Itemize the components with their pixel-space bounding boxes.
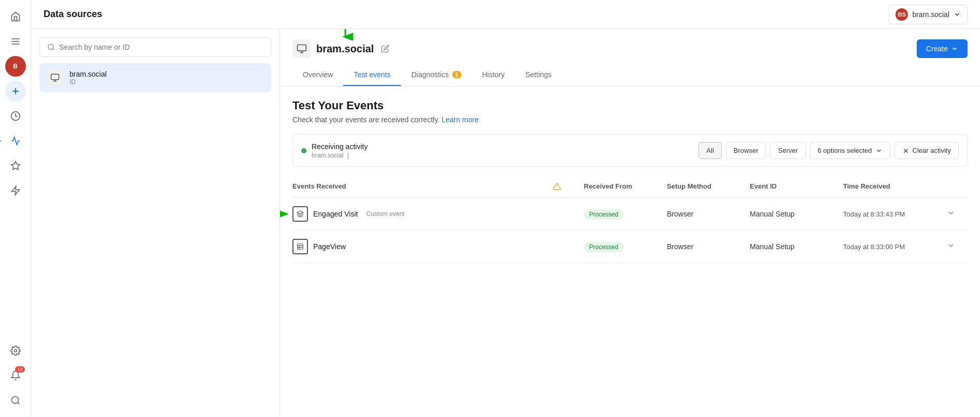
activity-right: All Browser Server 6 options selected Cl…: [698, 142, 959, 159]
topbar: Data sources BS bram.social: [31, 0, 980, 29]
header-expand: [947, 182, 968, 192]
section-desc: Check that your events are received corr…: [292, 116, 968, 124]
search-icon: [47, 43, 55, 51]
left-panel: bram.social ID: [31, 29, 280, 417]
right-header-top: bram.social Create: [292, 39, 968, 58]
svg-line-11: [17, 402, 19, 405]
right-body: Test Your Events Check that your events …: [280, 87, 980, 417]
event-icon-diamond: [292, 206, 308, 222]
received-from-2: Browser: [667, 242, 750, 251]
search-input[interactable]: [59, 43, 263, 51]
sidebar-item-notifications[interactable]: 13: [5, 365, 26, 386]
sidebar-item-star[interactable]: [5, 155, 26, 176]
activity-sub: bram.social |: [312, 152, 368, 159]
sidebar-item-tags[interactable]: [5, 180, 26, 201]
header-time-received: Time Received: [843, 182, 947, 192]
source-title: bram.social: [292, 39, 389, 58]
source-title-icon: [292, 39, 311, 58]
section-title: Test Your Events: [292, 99, 968, 112]
chevron-down-icon: [875, 147, 883, 154]
sidebar-avatar[interactable]: B: [5, 56, 26, 77]
activity-label: Receiving activity: [312, 142, 368, 151]
table-header: Events Received Received From Setup Meth…: [292, 177, 968, 198]
sidebar-item-settings[interactable]: [5, 340, 26, 361]
sidebar-item-clock[interactable]: [5, 106, 26, 126]
event-name: Engaged Visit: [313, 210, 358, 218]
notifications-badge: 13: [15, 366, 24, 372]
event-status-1: Processed: [584, 210, 667, 218]
account-avatar: BS: [895, 8, 908, 21]
sidebar-item-home[interactable]: [5, 6, 26, 27]
right-panel: bram.social Create Overview Tes: [280, 29, 980, 417]
tabs: Overview Test events Diagnostics 1 Histo…: [292, 64, 968, 86]
page-title: Data sources: [44, 9, 102, 20]
options-select[interactable]: 6 options selected: [810, 142, 890, 159]
warning-icon: [553, 182, 561, 191]
event-name-cell: PageView: [292, 239, 553, 254]
tab-settings[interactable]: Settings: [515, 64, 562, 86]
source-name: bram.social: [69, 70, 107, 78]
source-item-icon: [47, 69, 63, 86]
create-button[interactable]: Create: [917, 39, 968, 58]
clear-activity-button[interactable]: Clear activity: [894, 142, 959, 159]
activity-bar: Receiving activity bram.social | All Bro…: [292, 134, 968, 167]
processed-badge: Processed: [584, 242, 624, 252]
event-name: PageView: [313, 242, 346, 251]
source-id: ID: [69, 78, 107, 85]
table-row[interactable]: PageView Processed Browser Manual Setup …: [292, 231, 968, 263]
filter-browser-button[interactable]: Browser: [726, 142, 766, 159]
svg-marker-7: [11, 162, 20, 170]
header-warning: [553, 182, 584, 192]
activity-dot: [301, 148, 306, 153]
filter-server-button[interactable]: Server: [770, 142, 805, 159]
source-info: bram.social ID: [69, 70, 107, 85]
setup-method-2: Manual Setup: [750, 242, 843, 251]
time-received-1: Today at 8:33:43 PM: [843, 210, 947, 218]
sidebar: B 13: [0, 0, 31, 417]
setup-method-1: Manual Setup: [750, 210, 843, 218]
account-name: bram.social: [912, 10, 949, 19]
sidebar-item-add[interactable]: [5, 81, 26, 102]
tab-overview[interactable]: Overview: [292, 64, 343, 86]
content-area: bram.social ID: [31, 29, 980, 417]
sidebar-item-search[interactable]: [5, 390, 26, 411]
tab-history[interactable]: History: [472, 64, 515, 86]
header-events-received: Events Received: [292, 182, 553, 192]
event-status-2: Processed: [584, 242, 667, 251]
main-content: Data sources BS bram.social bram.social …: [31, 0, 980, 417]
svg-line-13: [52, 49, 54, 50]
sidebar-item-menu[interactable]: [5, 31, 26, 52]
svg-rect-14: [51, 74, 59, 80]
header-event-id: Event ID: [750, 182, 843, 192]
edit-icon[interactable]: [381, 45, 389, 53]
svg-point-9: [14, 350, 17, 352]
sidebar-item-datasources[interactable]: [5, 131, 26, 151]
header-received-from: Received From: [584, 182, 667, 192]
processed-badge: Processed: [584, 209, 624, 220]
svg-rect-17: [298, 45, 306, 51]
received-from-1: Browser: [667, 210, 750, 218]
event-icon-page: [292, 239, 308, 254]
tab-diagnostics[interactable]: Diagnostics 1: [401, 64, 472, 86]
chevron-down-icon: [951, 45, 958, 52]
event-type: Custom event: [366, 210, 404, 218]
chevron-down-icon: [954, 11, 961, 18]
clear-icon: [902, 147, 909, 154]
expand-icon-2[interactable]: [947, 241, 968, 252]
search-box[interactable]: [39, 37, 271, 57]
table-row[interactable]: Engaged Visit Custom event Processed Bro…: [292, 198, 968, 231]
expand-icon-1[interactable]: [947, 209, 968, 219]
account-selector[interactable]: BS bram.social: [889, 5, 968, 24]
right-header: bram.social Create Overview Tes: [280, 29, 980, 87]
filter-all-button[interactable]: All: [698, 142, 721, 159]
source-list-item[interactable]: bram.social ID: [39, 63, 271, 92]
svg-point-12: [48, 44, 53, 49]
diagnostics-badge: 1: [452, 71, 461, 78]
event-name-cell: Engaged Visit Custom event: [292, 206, 553, 222]
header-setup-method: Setup Method: [667, 182, 750, 192]
tab-test-events[interactable]: Test events: [343, 64, 401, 86]
learn-more-link[interactable]: Learn more: [442, 116, 479, 124]
time-received-2: Today at 8:33:00 PM: [843, 243, 947, 251]
activity-left: Receiving activity bram.social |: [301, 142, 368, 159]
svg-marker-8: [11, 186, 19, 195]
